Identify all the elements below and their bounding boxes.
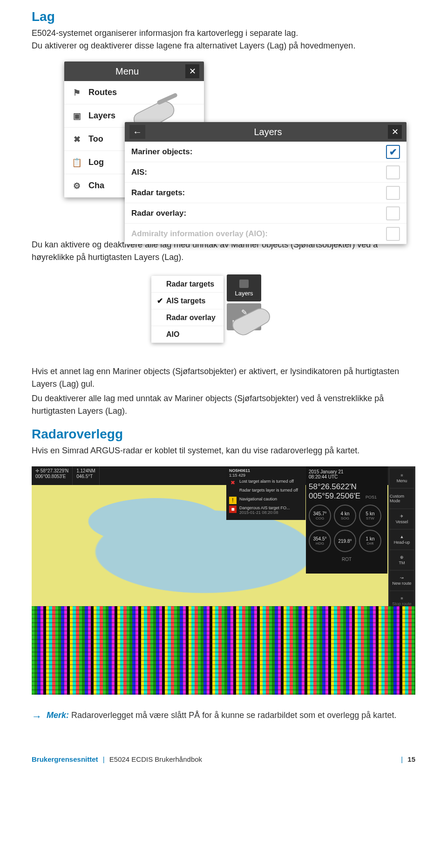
close-icon[interactable]: ✕ [185,64,199,78]
layer-row-aio[interactable]: Admiralty information overlay (AIO): [125,224,406,244]
menu-header: Menu ✕ [64,62,204,81]
alert-text: Dangerous AIS target FO... 2015-01-21 08… [239,506,290,515]
layer-label: Radar targets: [131,188,185,198]
danger-icon: ■ [229,506,237,513]
sidebar-item-vessel[interactable]: ✈Vessel [390,509,414,529]
separator-icon: | [103,755,105,763]
gauge-drift: 1 knDrift [359,530,381,552]
chart-id: NO5H0611 [229,468,303,473]
lon-value: 006°00.8053'E [35,474,66,479]
heading-lag: Lag [32,9,415,24]
bearing-value: 046.5°T [76,474,93,479]
note-line: → Merk: Radaroverlegget må være slått PÅ… [32,711,415,723]
checkbox-empty-icon[interactable] [386,206,400,220]
alert-row[interactable]: ! Navigational caution [229,497,303,504]
checkbox-empty-icon[interactable] [386,165,400,179]
clipboard-icon: 📋 [71,157,83,168]
alert-row[interactable]: Radar targets layer is turned off [229,488,303,495]
footer-section: Brukergrensesnittet [32,755,98,763]
quick-button-layers[interactable]: Layers [227,274,261,301]
alert-row[interactable]: ■ Dangerous AIS target FO... 2015-01-21 … [229,506,303,515]
alert-column: NO5H0611 1:15 429 ✖ Lost target alarm is… [226,466,305,520]
alert-cross-icon: ✖ [229,479,237,486]
separator-icon: | [401,755,403,763]
alert-text: Lost target alarm is turned off [239,479,294,484]
paragraph: E5024-systemet organiserer informasjon f… [32,27,415,52]
tools-icon: ✖ [71,134,83,144]
sidebar-item-tm[interactable]: ⊕TM [390,550,414,570]
sidebar-item-head-up[interactable]: ▲Head-up [390,530,414,549]
route-icon: ↝ [400,575,404,580]
stop-icon: ■ [400,596,403,601]
gauge-cog: 345.7°COG [309,505,331,527]
blank-icon [229,488,237,495]
layer-row-radar-targets[interactable]: Radar targets: [125,183,406,203]
footer-left: Brukergrensesnittet | E5024 ECDIS Bruker… [32,755,202,763]
back-icon[interactable]: ← [129,125,145,139]
context-item-label: Radar targets [166,280,214,288]
note-text: Radaroverlegget må være slått PÅ for å k… [71,711,396,720]
menu-title: Menu [69,66,185,77]
checkbox-empty-icon[interactable] [386,186,400,200]
menu-icon: ≡ [400,473,403,478]
context-item-radar-overlay[interactable]: Radar overlay [151,309,224,326]
menu-item-label: Routes [88,88,117,97]
position-readout: ✛ 58°27.3229'N 006°00.8053'E [32,466,73,485]
menu-item-label: Log [88,157,104,167]
menu-item-label: Too [88,134,103,144]
check-icon: ✔ [157,296,163,305]
checkbox-checked-icon[interactable]: ✔ [386,145,400,159]
context-item-radar-targets[interactable]: Radar targets [151,276,224,293]
time-value: 08:20:44 UTC [309,474,385,479]
layers-icon [239,280,249,288]
context-item-label: Radar overlay [166,314,216,322]
pos-source: POS1 [366,495,377,499]
layer-label: Radar overlay: [131,209,186,218]
text: E5024-systemet organiserer informasjon f… [32,28,298,38]
layer-row-radar-overlay[interactable]: Radar overlay: [125,203,406,224]
layers-title: Layers [148,127,388,137]
gauge-sog: 4 knSOG [334,505,356,527]
sidebar-item-custom-mode[interactable]: Custom Mode [390,489,414,508]
compass-icon: ✛ [35,468,41,473]
arrow-right-icon: → [32,711,42,723]
note-label: Merk: [47,711,69,720]
page-number: 15 [407,755,415,763]
gauge-grid: 345.7°COG 4 knSOG 5 knSTW 354.5°HDG 219.… [309,505,385,552]
figure-radar-overlay-screenshot: ✛ 58°27.3229'N 006°00.8053'E 1.124NM 046… [32,466,415,695]
gauge-set: 219.8° [334,530,356,552]
layer-row-ais[interactable]: AIS: [125,162,406,183]
context-item-aio[interactable]: AIO [151,326,224,343]
close-icon[interactable]: ✕ [388,125,402,139]
gear-icon: ⚙ [71,181,83,191]
gauge-stw: 5 knSTW [359,505,381,527]
headup-icon: ▲ [400,534,404,539]
own-position: 58°26.5622'N 005°59.2506'E POS1 [309,482,385,501]
vessel-icon: ✈ [400,514,404,519]
context-item-ais-targets[interactable]: ✔ AIS targets [151,293,224,309]
paragraph: Hvis et annet lag enn Mariner objects (S… [32,365,415,390]
layer-label: Mariner objects: [131,147,192,157]
context-menu: Radar targets ✔ AIS targets Radar overla… [151,276,224,343]
layer-row-mariner[interactable]: Mariner objects: ✔ [125,142,406,162]
layers-panel: ← Layers ✕ Mariner objects: ✔ AIS: Radar… [125,122,406,244]
context-item-label: AIS targets [166,297,205,305]
figure-menu-layers: Menu ✕ ⚑ Routes ▣ Layers ✖ Too 📋 Log ⚙ C… [64,62,415,225]
layers-icon: ▣ [71,111,83,121]
paragraph: Hvis en Simrad ARGUS-radar er koblet til… [32,444,415,457]
quick-button-label: Layers [235,290,253,297]
context-item-label: AIO [166,330,179,339]
flag-icon: ⚑ [71,88,83,98]
footer-right: | 15 [398,755,415,763]
sidebar-item-menu[interactable]: ≡Menu [390,468,414,488]
layers-header: ← Layers ✕ [125,122,406,142]
alert-row[interactable]: ✖ Lost target alarm is turned off [229,479,303,486]
checkbox-empty-icon[interactable] [386,227,400,241]
lat-value: 58°27.3229'N [41,468,68,473]
footer-book-title: E5024 ECDIS Brukerhåndbok [109,755,202,763]
chart-scale: 1:15 429 [229,473,303,478]
sidebar-item-new-route[interactable]: ↝New route [390,571,414,590]
layer-label: AIS: [131,168,147,177]
paragraph: Du deaktiverer alle lag med unntak av Ma… [32,392,415,417]
tm-icon: ⊕ [400,555,404,560]
